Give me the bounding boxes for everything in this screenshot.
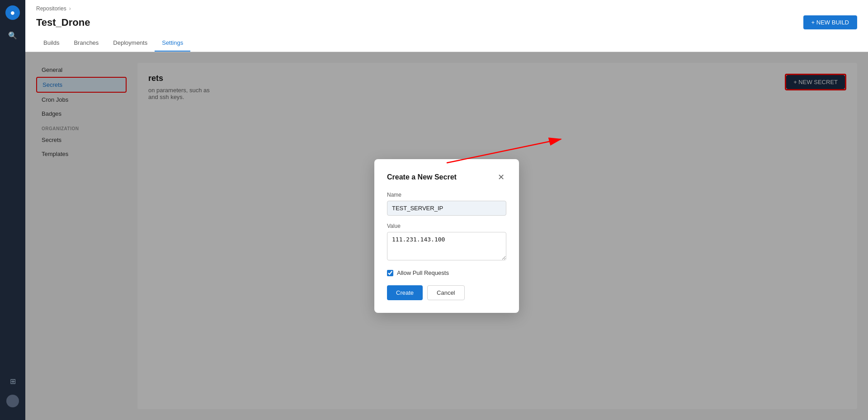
modal-title: Create a New Secret [387,173,457,181]
breadcrumb-parent[interactable]: Repositories [36,5,66,12]
value-textarea[interactable] [387,232,506,260]
modal-close-button[interactable]: ✕ [495,172,506,183]
logo-text: ● [10,8,15,18]
sidebar: ● 🔍 ⊞ [0,0,25,420]
value-label: Value [387,223,506,229]
main-content: Repositories › Test_Drone + NEW BUILD Bu… [25,0,868,420]
dashboard-icon[interactable]: ⊞ [6,375,19,387]
name-field-group: Name [387,192,506,216]
modal-overlay: Create a New Secret ✕ Name Value Allow P… [25,52,868,420]
search-icon[interactable]: 🔍 [6,29,19,42]
breadcrumb: Repositories › [36,0,857,14]
tab-branches[interactable]: Branches [66,35,106,52]
name-label: Name [387,192,506,198]
allow-pull-requests-checkbox[interactable] [387,270,393,276]
page-title: Test_Drone [36,17,90,28]
breadcrumb-separator: › [69,5,71,12]
allow-pull-requests-label: Allow Pull Requests [397,269,449,276]
header: Repositories › Test_Drone + NEW BUILD Bu… [25,0,868,52]
modal-header: Create a New Secret ✕ [387,172,506,183]
cancel-button[interactable]: Cancel [427,285,464,300]
tab-builds[interactable]: Builds [36,35,66,52]
content-area: General Secrets Cron Jobs Badges ORGANIZ… [25,52,868,420]
tab-deployments[interactable]: Deployments [106,35,155,52]
new-build-label: + NEW BUILD [811,19,849,26]
allow-pull-requests-row: Allow Pull Requests [387,269,506,276]
name-input[interactable] [387,201,506,216]
value-field-group: Value [387,223,506,262]
new-build-button[interactable]: + NEW BUILD [803,15,857,29]
create-button[interactable]: Create [387,285,423,300]
avatar[interactable] [6,395,19,407]
sidebar-logo[interactable]: ● [5,5,20,20]
tab-settings[interactable]: Settings [155,35,190,52]
modal-create-secret: Create a New Secret ✕ Name Value Allow P… [374,159,519,313]
modal-actions: Create Cancel [387,285,506,300]
tabs-bar: Builds Branches Deployments Settings [36,35,857,52]
